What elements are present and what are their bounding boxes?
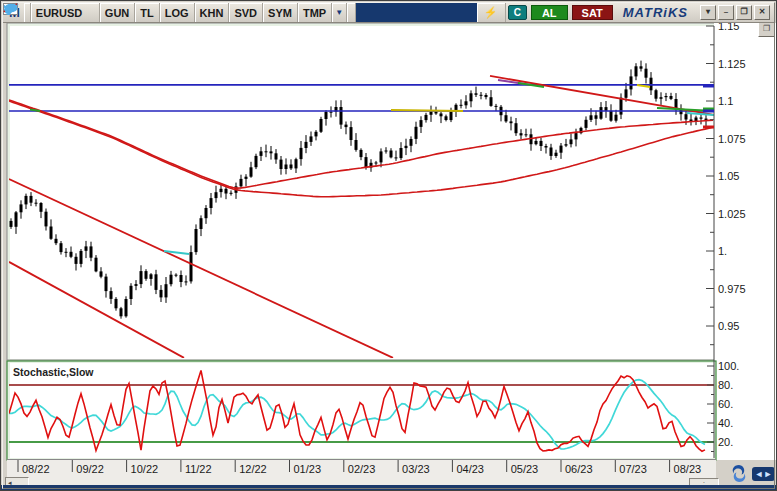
symbol-label[interactable]: EURUSD [31, 3, 100, 22]
stoch-tick-label: 100. [718, 360, 739, 372]
c-button[interactable]: C [508, 5, 527, 20]
month-tick-label: 04/23 [456, 463, 484, 475]
indicator-label: Stochastic,Slow [13, 366, 94, 378]
stoch-tick-label: 80. [718, 379, 733, 391]
month-tick-label: 07/23 [619, 463, 647, 475]
price-tick-label: 1.025 [718, 208, 746, 220]
month-tick-label: 11/22 [185, 463, 212, 475]
toolbar-button-gun[interactable]: GUN [100, 3, 135, 22]
month-tick-label: 08/23 [674, 463, 702, 475]
month-tick-label: 01/23 [294, 463, 322, 475]
month-tick-label: 05/23 [511, 463, 539, 475]
month-tick-label: 06/23 [565, 463, 593, 475]
buy-button[interactable]: AL [531, 5, 568, 20]
month-tick-label: 02/23 [348, 463, 376, 475]
price-tick-label: 1.125 [718, 58, 746, 70]
restore-button[interactable]: ❐ [736, 5, 752, 20]
stoch-plot-background[interactable] [10, 363, 714, 458]
panel-restore-button[interactable]: ❐ [758, 22, 775, 37]
stoch-tick-label: 20. [718, 436, 733, 448]
accent-mark [391, 110, 463, 111]
price-tick-label: 0.975 [718, 283, 746, 295]
stoch-tick-label: 40. [718, 417, 733, 429]
titlebar-spacer [356, 3, 477, 22]
matriks-brand: MATRiKS [615, 3, 696, 22]
month-tick-label: 08/22 [22, 463, 50, 475]
price-tick-label: 1.075 [718, 133, 746, 145]
close-button[interactable]: ✕ [754, 5, 770, 20]
chevron-down-icon[interactable]: ▼ [332, 3, 347, 22]
month-tick-label: 10/22 [131, 463, 159, 475]
toolbar-button-svd[interactable]: SVD [229, 3, 263, 22]
toolbar-button-tmp[interactable]: TMP [298, 3, 332, 22]
price-tick-label: 1.05 [718, 170, 739, 182]
toolbar: M EURUSD GUNTLLOGKHNSVDSYMTMP ▼ ⚡ C AL S… [3, 3, 774, 23]
price-chart-canvas[interactable] [1, 1, 777, 491]
price-tick-label: 0.95 [718, 320, 739, 332]
matriks-swirl-icon[interactable] [728, 463, 750, 484]
chart-type-icon[interactable] [24, 3, 31, 22]
stoch-tick-label: 60. [718, 398, 733, 410]
flash-button[interactable]: ⚡ [477, 3, 506, 22]
minimize-button[interactable]: – [718, 5, 734, 20]
month-tick-label: 12/22 [239, 463, 267, 475]
twitter-icon[interactable] [347, 3, 356, 22]
price-tick-label: 1.1 [718, 95, 733, 107]
price-tick-label: 1. [718, 245, 727, 257]
month-tick-label: 03/23 [402, 463, 430, 475]
window-bottom-edge [1, 485, 777, 490]
toolbar-button-log[interactable]: LOG [160, 3, 195, 22]
toolbar-button-tl[interactable]: TL [135, 3, 159, 22]
toolbar-button-khn[interactable]: KHN [195, 3, 230, 22]
chart-nav-arrows[interactable]: ◄► [752, 467, 775, 481]
sell-button[interactable]: SAT [572, 5, 613, 20]
month-tick-label: 09/22 [76, 463, 104, 475]
chart-window: M EURUSD GUNTLLOGKHNSVDSYMTMP ▼ ⚡ C AL S… [0, 0, 777, 491]
window-controls: ▾–❐✕ [696, 3, 774, 22]
toolbar-button-sym[interactable]: SYM [263, 3, 298, 22]
axis-background [714, 23, 777, 460]
twitter-bird-icon [3, 3, 19, 15]
dropdown-button[interactable]: ▾ [700, 5, 716, 20]
toolbar-buttons: GUNTLLOGKHNSVDSYMTMP [100, 3, 332, 22]
